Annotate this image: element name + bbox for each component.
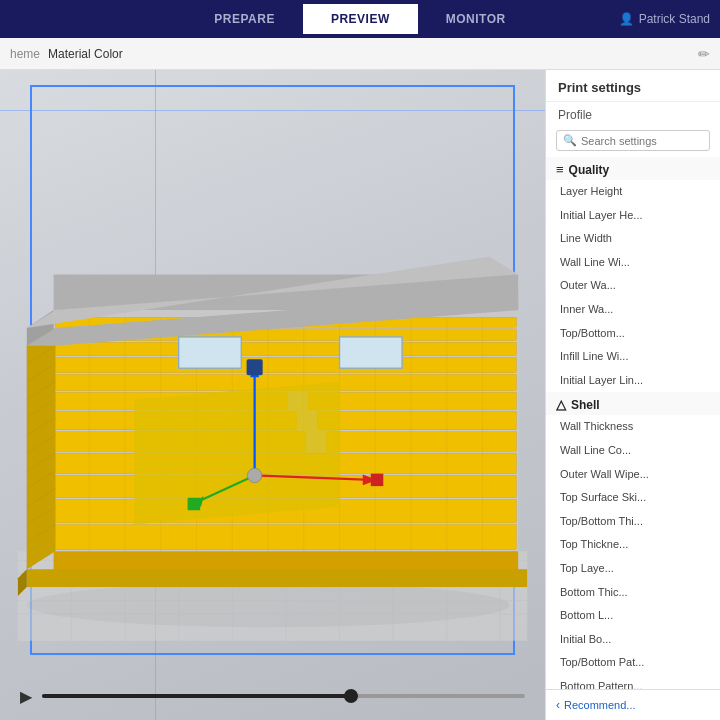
shell-icon: △ (556, 397, 566, 412)
svg-rect-69 (247, 359, 263, 375)
svg-rect-75 (188, 498, 201, 511)
svg-marker-65 (27, 569, 527, 587)
shell-label: Shell (571, 398, 600, 412)
settings-list: ≡ Quality Layer Height Initial Layer He.… (546, 157, 720, 689)
tab-preview[interactable]: PREVIEW (303, 4, 418, 34)
quality-icon: ≡ (556, 162, 564, 177)
setting-top-bottom[interactable]: Top/Bottom... (546, 322, 720, 346)
setting-bottom-pattern[interactable]: Bottom Pattern... (546, 675, 720, 689)
svg-rect-33 (55, 342, 516, 355)
user-label: 👤 Patrick Stand (619, 12, 710, 26)
setting-bottom-thickness[interactable]: Bottom Thic... (546, 581, 720, 605)
tab-prepare[interactable]: PREPARE (186, 4, 303, 34)
setting-infill-line[interactable]: Infill Line Wi... (546, 345, 720, 369)
progress-fill (42, 694, 351, 698)
svg-point-76 (247, 468, 261, 482)
search-icon: 🔍 (563, 134, 577, 147)
3d-model-svg (0, 70, 545, 720)
panel-title: Print settings (546, 70, 720, 102)
tab-monitor[interactable]: MONITOR (418, 4, 534, 34)
setting-initial-bo[interactable]: Initial Bo... (546, 628, 720, 652)
svg-marker-48 (27, 328, 56, 569)
progress-track[interactable] (42, 694, 525, 698)
svg-rect-21 (55, 525, 516, 550)
setting-initial-layer-height[interactable]: Initial Layer He... (546, 204, 720, 228)
svg-rect-26 (326, 432, 516, 452)
setting-inner-wall[interactable]: Inner Wa... (546, 298, 720, 322)
search-input[interactable] (581, 135, 703, 147)
top-navigation: PREPARE PREVIEW MONITOR 👤 Patrick Stand (0, 0, 720, 38)
svg-rect-72 (371, 474, 384, 487)
progress-thumb[interactable] (344, 689, 358, 703)
setting-outer-wall[interactable]: Outer Wa... (546, 274, 720, 298)
svg-rect-63 (179, 337, 242, 368)
setting-top-layer[interactable]: Top Laye... (546, 557, 720, 581)
setting-outer-wall-wipe[interactable]: Outer Wall Wipe... (546, 463, 720, 487)
chevron-left-icon: ‹ (556, 698, 560, 712)
recommend-footer[interactable]: ‹ Recommend... (546, 689, 720, 720)
search-box[interactable]: 🔍 (556, 130, 710, 151)
subheader-bar: heme Material Color ✏ (0, 38, 720, 70)
setting-top-thickness[interactable]: Top Thickne... (546, 533, 720, 557)
setting-top-bottom-pat[interactable]: Top/Bottom Pat... (546, 651, 720, 675)
main-layout: ▶ Print settings Profile 🔍 ≡ Quality Lay… (0, 70, 720, 720)
user-icon: 👤 (619, 12, 634, 26)
setting-top-surface-skin[interactable]: Top Surface Ski... (546, 486, 720, 510)
setting-top-bottom-thi[interactable]: Top/Bottom Thi... (546, 510, 720, 534)
section-quality-header[interactable]: ≡ Quality (546, 157, 720, 180)
svg-marker-62 (134, 382, 339, 525)
setting-wall-line-count[interactable]: Wall Line Co... (546, 439, 720, 463)
material-label: Material Color (48, 47, 123, 61)
setting-initial-layer-lin[interactable]: Initial Layer Lin... (546, 369, 720, 393)
theme-label: heme (10, 47, 40, 61)
edit-icon[interactable]: ✏ (698, 46, 710, 62)
setting-line-width[interactable]: Line Width (546, 227, 720, 251)
setting-wall-thickness[interactable]: Wall Thickness (546, 415, 720, 439)
section-shell-header[interactable]: △ Shell (546, 392, 720, 415)
playback-bar: ▶ (0, 680, 545, 712)
profile-label: Profile (546, 102, 720, 126)
play-button[interactable]: ▶ (20, 687, 32, 706)
right-panel: Print settings Profile 🔍 ≡ Quality Layer… (545, 70, 720, 720)
svg-rect-28 (317, 411, 516, 430)
3d-viewport[interactable]: ▶ (0, 70, 545, 720)
setting-wall-line-wi[interactable]: Wall Line Wi... (546, 251, 720, 275)
setting-bottom-l[interactable]: Bottom L... (546, 604, 720, 628)
setting-layer-height[interactable]: Layer Height (546, 180, 720, 204)
svg-rect-32 (55, 357, 516, 372)
svg-rect-64 (340, 337, 403, 368)
quality-label: Quality (569, 163, 610, 177)
recommend-label: Recommend... (564, 699, 636, 711)
